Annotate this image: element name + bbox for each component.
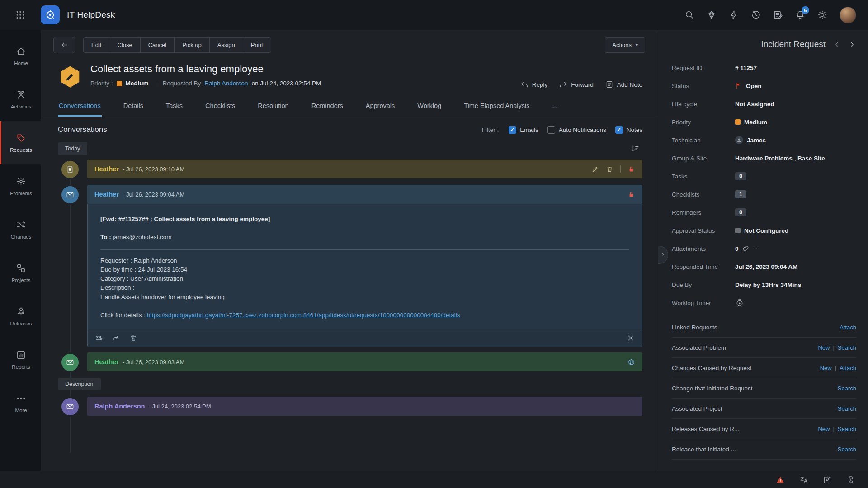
paperclip-icon[interactable] xyxy=(742,245,750,252)
edit-button[interactable]: Edit xyxy=(84,38,109,52)
sidebar-item-home[interactable]: Home xyxy=(0,34,41,78)
reply-mail-icon[interactable] xyxy=(95,334,103,342)
history-icon[interactable] xyxy=(751,10,761,20)
back-button[interactable] xyxy=(53,37,75,53)
attach-link[interactable]: Attach xyxy=(840,324,856,331)
timestamp: - Jul 26, 2023 09:04 AM xyxy=(123,191,184,198)
lamp-icon[interactable] xyxy=(846,475,855,484)
tab-worklog[interactable]: Worklog xyxy=(416,97,442,117)
lock-icon[interactable] xyxy=(627,191,635,198)
checklists-badge[interactable]: 1 xyxy=(735,190,746,198)
sort-icon[interactable] xyxy=(631,144,640,155)
rewards-icon[interactable] xyxy=(707,10,717,20)
filter-emails[interactable]: Emails xyxy=(509,126,538,134)
pickup-button[interactable]: Pick up xyxy=(174,38,209,52)
author-name: Heather xyxy=(94,165,119,173)
attach-link[interactable]: Attach xyxy=(840,365,856,371)
panel-collapse-handle[interactable] xyxy=(658,246,668,264)
tab-checklists[interactable]: Checklists xyxy=(204,97,236,117)
sidebar-item-problems[interactable]: Problems xyxy=(0,164,41,208)
priority-label: Priority : xyxy=(90,80,113,87)
search-link[interactable]: Search xyxy=(838,426,856,432)
sidebar-item-requests[interactable]: Requests xyxy=(0,121,41,164)
search-link[interactable]: Search xyxy=(838,344,856,351)
search-link[interactable]: Search xyxy=(838,385,856,392)
projects-icon xyxy=(16,263,26,273)
add-note-button[interactable]: Add Note xyxy=(605,80,642,89)
auto-notifications-checkbox[interactable] xyxy=(547,126,555,134)
filter-notes[interactable]: Notes xyxy=(615,126,642,134)
apps-grid-icon[interactable] xyxy=(0,10,41,19)
tab-approvals[interactable]: Approvals xyxy=(365,97,396,117)
close-icon[interactable] xyxy=(627,334,635,342)
note-header-bar[interactable]: Heather - Jul 26, 2023 09:10 AM xyxy=(87,160,642,178)
search-link[interactable]: Search xyxy=(838,446,856,453)
sidebar-item-releases[interactable]: Releases xyxy=(0,295,41,338)
conversations-section: Conversations Filter : Emails Auto Notif… xyxy=(41,117,658,471)
topbar: IT HelpDesk 6 xyxy=(0,0,868,30)
new-link[interactable]: New xyxy=(818,426,830,432)
link-row-changes-caused: Changes Caused by Request New | Attach xyxy=(672,358,856,378)
forward-arrow-icon[interactable] xyxy=(112,334,120,342)
new-link[interactable]: New xyxy=(818,344,830,351)
email-details-link[interactable]: https://sdpodgayathri.gayathri-7257.csez… xyxy=(147,312,460,319)
bottom-status-bar xyxy=(0,471,868,488)
search-icon[interactable] xyxy=(684,10,694,20)
search-link[interactable]: Search xyxy=(838,405,856,412)
sidebar-item-changes[interactable]: Changes xyxy=(0,208,41,251)
email-header-bar[interactable]: Heather - Jul 26, 2023 09:04 AM xyxy=(87,185,642,204)
previous-request-icon[interactable] xyxy=(833,40,841,48)
tab-more[interactable]: ... xyxy=(552,97,559,117)
sidebar-item-reports[interactable]: Reports xyxy=(0,338,41,381)
new-link[interactable]: New xyxy=(820,365,832,371)
field-attachments: Attachments 0 xyxy=(672,239,856,258)
reply-button[interactable]: Reply xyxy=(520,80,548,89)
chevron-down-icon[interactable] xyxy=(753,246,759,251)
field-responded-time: Responded Time Jul 26, 2023 09:04 AM xyxy=(672,258,856,276)
tasks-badge[interactable]: 0 xyxy=(735,172,746,180)
notifications-icon[interactable]: 6 xyxy=(795,10,805,20)
field-tasks: Tasks 0 xyxy=(672,167,856,185)
email-header-bar[interactable]: Heather - Jul 26, 2023 09:03 AM xyxy=(87,352,642,371)
author-name: Ralph Anderson xyxy=(94,403,145,410)
notes-checkbox[interactable] xyxy=(615,126,623,134)
tab-tasks[interactable]: Tasks xyxy=(165,97,184,117)
requester-link[interactable]: Ralph Anderson xyxy=(204,80,248,87)
filter-auto-notifications[interactable]: Auto Notifications xyxy=(547,126,606,134)
tab-resolution[interactable]: Resolution xyxy=(257,97,290,117)
cancel-button[interactable]: Cancel xyxy=(140,38,174,52)
edit-icon[interactable] xyxy=(591,165,599,173)
emails-checkbox[interactable] xyxy=(509,126,516,134)
quick-actions-icon[interactable] xyxy=(729,10,739,20)
translate-icon[interactable] xyxy=(799,475,808,484)
email-line-description-label: Description : xyxy=(100,283,629,292)
tab-reminders[interactable]: Reminders xyxy=(311,97,344,117)
close-request-button[interactable]: Close xyxy=(109,38,140,52)
sidebar-item-projects[interactable]: Projects xyxy=(0,251,41,295)
link-row-associated-project: Associated Project Search xyxy=(672,399,856,419)
reminders-badge[interactable]: 0 xyxy=(735,208,746,216)
assign-button[interactable]: Assign xyxy=(209,38,243,52)
compose-icon[interactable] xyxy=(823,475,832,484)
settings-gear-icon[interactable] xyxy=(817,10,827,20)
feedback-icon[interactable] xyxy=(773,10,783,20)
delete-icon[interactable] xyxy=(606,165,613,173)
lock-icon[interactable] xyxy=(627,165,635,173)
divider xyxy=(100,249,629,250)
sidebar-item-activities[interactable]: Activities xyxy=(0,78,41,121)
delete-icon[interactable] xyxy=(129,334,137,342)
timestamp: - Jul 24, 2023 02:54 PM xyxy=(148,403,211,410)
tab-time-elapsed-analysis[interactable]: Time Elapsed Analysis xyxy=(463,97,530,117)
alert-icon[interactable] xyxy=(776,475,785,484)
worklog-timer-icon[interactable] xyxy=(735,298,744,307)
conversation-row-email: Heather - Jul 26, 2023 09:03 AM xyxy=(58,352,642,372)
next-request-icon[interactable] xyxy=(848,40,856,48)
print-button[interactable]: Print xyxy=(243,38,271,52)
email-header-bar[interactable]: Ralph Anderson - Jul 24, 2023 02:54 PM xyxy=(87,397,642,416)
actions-dropdown-button[interactable]: Actions ▾ xyxy=(605,37,645,53)
tab-conversations[interactable]: Conversations xyxy=(58,97,102,117)
sidebar-item-more[interactable]: More xyxy=(0,381,41,425)
forward-button[interactable]: Forward xyxy=(559,80,594,89)
user-avatar[interactable] xyxy=(840,7,856,23)
tab-details[interactable]: Details xyxy=(123,97,144,117)
